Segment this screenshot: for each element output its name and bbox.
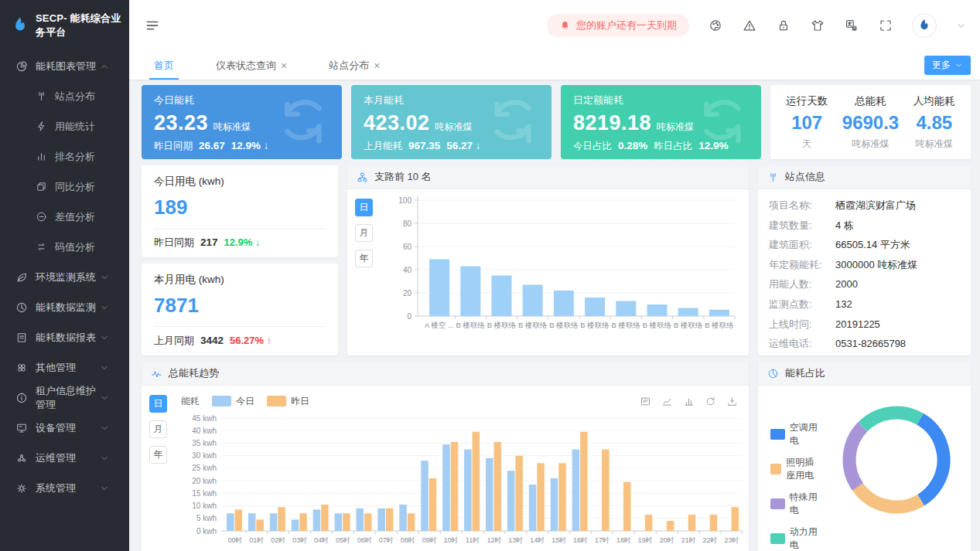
stat-unit: 天	[802, 138, 811, 151]
stat-label: 总能耗	[855, 94, 886, 108]
branch-top10-title: 支路前 10 名	[374, 170, 432, 184]
legend-item-昨日[interactable]: 昨日	[267, 395, 309, 408]
legend-label: 今日	[236, 395, 254, 408]
svg-text:B 楼联络: B 楼联络	[612, 321, 641, 329]
legend-swatch	[770, 464, 781, 474]
card-sub-part: 0.28%	[618, 140, 647, 151]
sidebar-item-能耗数据报表[interactable]: 能耗数据报表	[0, 322, 129, 352]
tab-label: 首页	[154, 59, 174, 73]
sidebar-item-用能统计[interactable]: 用能统计	[0, 111, 129, 141]
data-view-icon[interactable]	[640, 396, 651, 407]
fullscreen-icon[interactable]	[879, 19, 893, 32]
branch-period-月[interactable]: 月	[355, 224, 373, 242]
usage-sub-line: 昨日同期21712.9% ↓	[154, 228, 326, 250]
sidebar-item-label: 差值分析	[55, 210, 95, 224]
tshirt-icon[interactable]	[811, 19, 825, 32]
close-icon[interactable]: ×	[374, 60, 380, 71]
site-info-label: 用能人数:	[769, 274, 835, 294]
site-info-value: 4 栋	[835, 216, 854, 236]
svg-text:12时: 12时	[487, 536, 501, 544]
pie-chart-icon	[767, 368, 779, 379]
sidebar-item-排名分析[interactable]: 排名分析	[0, 141, 129, 172]
branch-period-buttons: 日月年	[355, 199, 373, 349]
palette-icon[interactable]	[709, 19, 722, 32]
close-icon[interactable]: ×	[281, 60, 287, 71]
usage-value: 189	[154, 196, 326, 219]
tab-首页[interactable]: 首页	[149, 51, 179, 80]
energy-trend-panel: 总能耗趋势 日月年 能耗 今日昨日 0 kwh5 kwh10 kwh15 kwh…	[142, 362, 749, 551]
share-legend-动力用电[interactable]: 动力用电	[770, 525, 818, 551]
recycle-watermark-icon	[479, 90, 547, 155]
stat-运行天数: 运行天数107天	[775, 94, 838, 151]
card-value: 8219.18	[573, 111, 651, 135]
svg-text:01时: 01时	[249, 536, 264, 544]
energy-share-title: 能耗占比	[785, 366, 825, 380]
sidebar-item-能耗图表管理[interactable]: 能耗图表管理	[0, 51, 129, 81]
svg-text:B 楼联络: B 楼联络	[674, 321, 703, 329]
sidebar-item-label: 运维管理	[36, 451, 76, 465]
card-今日能耗[interactable]: 今日能耗23.23吨标准煤昨日同期26.6712.9% ↓	[142, 85, 342, 159]
stat-value: 4.85	[916, 112, 952, 134]
nodes-icon	[15, 452, 28, 464]
site-info-value: 2000	[835, 274, 858, 294]
legend-item-今日[interactable]: 今日	[212, 395, 254, 408]
sidebar-item-其他管理[interactable]: 其他管理	[0, 352, 129, 383]
bar-chart-icon[interactable]	[683, 396, 695, 407]
org-chart-icon	[357, 172, 368, 183]
usage-sub-line: 上月同期344256.27% ↑	[154, 326, 326, 348]
tab-站点分布[interactable]: 站点分布×	[324, 51, 384, 80]
stat-value: 107	[791, 112, 822, 134]
svg-text:80: 80	[403, 219, 412, 228]
share-legend-特殊用电[interactable]: 特殊用电	[770, 491, 818, 517]
energy-trend-chart: 0 kwh5 kwh10 kwh15 kwh20 kwh25 kwh30 kwh…	[173, 410, 749, 551]
sidebar-item-label: 能耗图表管理	[36, 60, 96, 73]
translate-icon[interactable]: A	[845, 19, 859, 32]
lock-icon[interactable]	[777, 19, 790, 32]
chevron-down-icon	[100, 303, 109, 312]
hamburger-icon[interactable]	[145, 18, 160, 33]
sidebar-item-租户信息维护管理[interactable]: 租户信息维护管理	[0, 383, 129, 413]
tab-仪表状态查询[interactable]: 仪表状态查询×	[211, 51, 292, 80]
sidebar-item-码值分析[interactable]: 码值分析	[0, 232, 129, 262]
svg-text:A 楼空 ...: A 楼空 ...	[425, 321, 454, 329]
account-expiry-notice[interactable]: 您的账户还有一天到期	[547, 14, 689, 37]
header-icon-group: A	[709, 19, 893, 32]
sidebar-item-label: 排名分析	[55, 150, 95, 164]
clover-icon	[15, 362, 28, 374]
sidebar-item-站点分布[interactable]: 站点分布	[0, 81, 129, 111]
sidebar-item-系统管理[interactable]: 系统管理	[0, 473, 129, 503]
trend-period-月[interactable]: 月	[149, 420, 167, 438]
card-本月能耗[interactable]: 本月能耗423.02吨标准煤上月能耗967.3556.27 ↓	[351, 85, 551, 159]
line-chart-icon[interactable]	[661, 396, 673, 407]
branch-period-日[interactable]: 日	[355, 199, 373, 216]
share-legend-空调用电[interactable]: 空调用电	[770, 421, 818, 447]
trend-period-日[interactable]: 日	[149, 395, 167, 413]
svg-text:5 kwh: 5 kwh	[196, 514, 217, 522]
svg-text:10 kwh: 10 kwh	[192, 502, 217, 510]
user-menu-chevron-icon[interactable]	[956, 21, 966, 31]
sidebar-item-差值分析[interactable]: 差值分析	[0, 202, 129, 232]
sidebar-item-能耗数据监测[interactable]: 能耗数据监测	[0, 292, 129, 322]
notice-text: 您的账户还有一天到期	[576, 19, 677, 32]
warning-icon[interactable]	[743, 19, 756, 32]
stat-label: 运行天数	[786, 94, 828, 108]
trend-period-年[interactable]: 年	[149, 446, 167, 464]
more-tabs-button[interactable]: 更多	[924, 56, 971, 75]
download-icon[interactable]	[726, 396, 738, 407]
site-info-value: 20191225	[835, 315, 880, 335]
site-info-panel: 站点信息 项目名称:栖霞湖滨财富广场建筑数量:4 栋建筑面积:66505.14 …	[758, 165, 971, 355]
swap-arrows-icon	[36, 241, 47, 253]
sidebar-item-环境监测系统[interactable]: 环境监测系统	[0, 262, 129, 292]
refresh-icon[interactable]	[705, 396, 716, 407]
sidebar-item-label: 环境监测系统	[36, 270, 96, 284]
leaf-icon	[15, 271, 28, 284]
svg-text:11时: 11时	[466, 536, 480, 544]
branch-period-年[interactable]: 年	[355, 250, 373, 267]
avatar[interactable]	[912, 13, 937, 38]
sidebar-item-设备管理[interactable]: 设备管理	[0, 413, 129, 443]
sidebar-item-同比分析[interactable]: 同比分析	[0, 172, 129, 202]
card-日定额能耗[interactable]: 日定额能耗8219.18吨标准煤今日占比0.28%昨日占比12.9%	[561, 85, 761, 159]
share-legend-照明插座用电[interactable]: 照明插座用电	[770, 456, 818, 482]
svg-text:B 楼联络: B 楼联络	[487, 321, 517, 329]
sidebar-item-运维管理[interactable]: 运维管理	[0, 443, 129, 473]
